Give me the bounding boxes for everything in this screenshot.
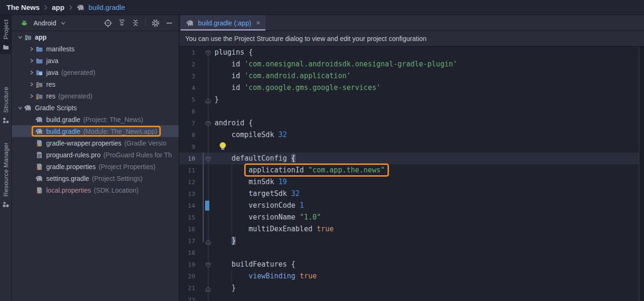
line-number[interactable]: 6 <box>179 108 195 115</box>
settings-gear-icon[interactable] <box>151 19 160 27</box>
tree-item-app[interactable]: app <box>12 31 179 43</box>
chevron-right-icon[interactable] <box>28 57 35 64</box>
fold-close-icon[interactable] <box>205 285 211 291</box>
code-editor[interactable]: 12345678910111213141516171819202122 plug… <box>179 47 644 301</box>
code-line-11[interactable]: applicationId "com.app.the.news" <box>215 164 639 176</box>
code-line-8[interactable]: compileSdk 32 <box>215 129 639 141</box>
tree-item-java-generated[interactable]: java(generated) <box>12 66 179 78</box>
gutter-row[interactable]: 10 <box>179 153 215 164</box>
gutter-row[interactable]: 11 <box>179 164 215 176</box>
tab-build-gradle-app[interactable]: build.gradle (:app) × <box>181 15 265 31</box>
breadcrumb-module[interactable]: app <box>52 3 65 11</box>
line-number[interactable]: 18 <box>179 249 195 256</box>
line-number[interactable]: 20 <box>179 273 195 280</box>
editor-scrollbar[interactable] <box>639 47 644 301</box>
line-number[interactable]: 9 <box>179 143 195 150</box>
gutter-row[interactable]: 13 <box>179 188 215 200</box>
line-number[interactable]: 10 <box>179 155 195 162</box>
project-view-selector[interactable]: Android <box>33 19 56 27</box>
gutter-row[interactable]: 3 <box>179 70 215 82</box>
fold-open-icon[interactable] <box>205 49 211 56</box>
expand-all-icon[interactable] <box>118 19 126 27</box>
code-line-15[interactable]: versionName "1.0" <box>215 212 639 223</box>
gutter-row[interactable]: 6 <box>179 106 215 117</box>
fold-open-icon[interactable] <box>205 120 211 126</box>
chevron-right-icon[interactable] <box>28 81 35 88</box>
line-number[interactable]: 12 <box>179 179 195 186</box>
code-line-12[interactable]: minSdk 19 <box>215 176 639 188</box>
tool-window-tab-structure[interactable]: Structure <box>0 82 12 128</box>
close-icon[interactable]: × <box>256 19 261 27</box>
gutter-row[interactable]: 16 <box>179 223 215 235</box>
code-line-3[interactable]: id 'com.android.application' <box>215 70 639 82</box>
line-number[interactable]: 22 <box>179 296 195 301</box>
code-line-20[interactable]: viewBinding true <box>215 270 639 282</box>
code-line-2[interactable]: id 'com.onesignal.androidsdk.onesignal-g… <box>215 58 639 70</box>
tree-item-local-properties-sdk-location[interactable]: local.properties(SDK Location) <box>12 184 179 196</box>
gutter-row[interactable]: 12 <box>179 176 215 188</box>
line-number[interactable]: 2 <box>179 61 195 68</box>
line-number[interactable]: 21 <box>179 285 195 292</box>
code-line-13[interactable]: targetSdk 32 <box>215 188 639 200</box>
code-line-5[interactable]: } <box>215 94 639 106</box>
gutter-row[interactable]: 2 <box>179 58 215 70</box>
code-line-7[interactable]: android { <box>215 117 639 129</box>
fold-close-icon[interactable] <box>205 97 211 103</box>
tree-item-gradle-properties-project-properties[interactable]: gradle.properties(Project Properties) <box>12 161 179 172</box>
line-number[interactable]: 13 <box>179 190 195 197</box>
line-number[interactable]: 11 <box>179 167 195 174</box>
code-line-18[interactable] <box>215 247 639 259</box>
chevron-down-icon[interactable] <box>60 20 66 26</box>
line-number[interactable]: 1 <box>179 49 195 56</box>
code-line-14[interactable]: versionCode 1 <box>215 200 639 212</box>
line-number[interactable]: 14 <box>179 202 195 209</box>
tree-item-settings-gradle-project-settings[interactable]: settings.gradle(Project Settings) <box>12 172 179 184</box>
line-number[interactable]: 4 <box>179 84 195 91</box>
line-number[interactable]: 8 <box>179 131 195 138</box>
gutter-row[interactable]: 19 <box>179 259 215 270</box>
gutter-row[interactable]: 22 <box>179 294 215 301</box>
tree-item-res-generated[interactable]: res(generated) <box>12 90 179 102</box>
code-line-17[interactable]: } <box>215 235 639 247</box>
tree-item-manifests[interactable]: manifests <box>12 43 179 55</box>
gutter-row[interactable]: 7 <box>179 117 215 129</box>
code-line-16[interactable]: multiDexEnabled true <box>215 223 639 235</box>
gutter-row[interactable]: 15 <box>179 212 215 223</box>
line-number[interactable]: 16 <box>179 226 195 233</box>
code-line-1[interactable]: plugins { <box>215 47 639 58</box>
code-line-19[interactable]: buildFeatures { <box>215 259 639 270</box>
code-line-4[interactable]: id 'com.google.gms.google-services' <box>215 82 639 94</box>
tree-item-build-gradle-module-the-news-app[interactable]: build.gradle(Module: The_News.app) <box>12 125 179 137</box>
hide-panel-icon[interactable] <box>165 19 173 27</box>
tree-item-proguard-rules-pro-proguard-rules-for-th[interactable]: proguard-rules.pro(ProGuard Rules for Th <box>12 149 179 161</box>
line-number[interactable]: 3 <box>179 73 195 80</box>
chevron-down-icon[interactable] <box>17 34 24 41</box>
breadcrumb-file[interactable]: build.gradle <box>89 3 125 11</box>
gutter-row[interactable]: 18 <box>179 247 215 259</box>
gutter-row[interactable]: 20 <box>179 270 215 282</box>
code-line-21[interactable]: } <box>215 282 639 294</box>
gutter-row[interactable]: 4 <box>179 82 215 94</box>
code-pane[interactable]: plugins { id 'com.onesignal.androidsdk.o… <box>215 47 639 301</box>
chevron-right-icon[interactable] <box>28 46 35 52</box>
line-number[interactable]: 7 <box>179 120 195 127</box>
fold-open-icon[interactable] <box>205 261 211 268</box>
code-line-22[interactable] <box>215 294 639 301</box>
fold-open-icon[interactable] <box>205 155 211 162</box>
tree-item-res[interactable]: res <box>12 78 179 90</box>
tool-window-tab-project[interactable]: Project <box>0 15 12 54</box>
gutter-row[interactable]: 9 <box>179 141 215 153</box>
code-line-6[interactable] <box>215 106 639 117</box>
gutter-row[interactable]: 21 <box>179 282 215 294</box>
fold-close-icon[interactable] <box>205 238 211 244</box>
gutter-row[interactable]: 1 <box>179 47 215 58</box>
code-line-10[interactable]: defaultConfig { <box>215 153 639 164</box>
chevron-down-icon[interactable] <box>17 105 24 111</box>
code-line-9[interactable] <box>215 141 639 153</box>
tree-item-build-gradle-project-the-news[interactable]: build.gradle(Project: The_News) <box>12 114 179 125</box>
line-number[interactable]: 19 <box>179 261 195 268</box>
tool-window-tab-resource-manager[interactable]: Resource Manager <box>0 138 12 212</box>
line-number[interactable]: 15 <box>179 214 195 221</box>
chevron-right-icon[interactable] <box>28 93 35 99</box>
chevron-right-icon[interactable] <box>28 69 35 76</box>
